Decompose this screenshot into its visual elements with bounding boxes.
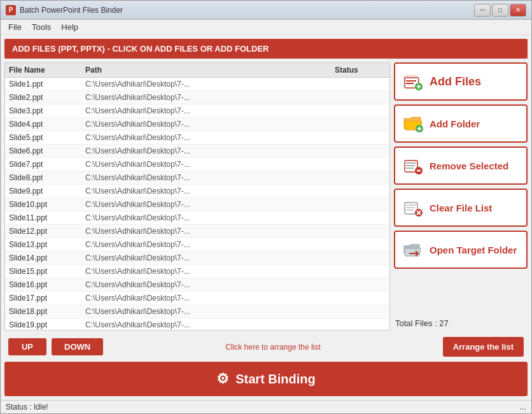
clear-file-list-button[interactable]: Clear File List xyxy=(394,189,528,227)
close-button[interactable]: ✕ xyxy=(510,4,526,17)
table-row[interactable]: Slide4.pptC:\Users\Adhikari\Desktop\7-..… xyxy=(5,118,389,131)
table-row[interactable]: Slide9.pptC:\Users\Adhikari\Desktop\7-..… xyxy=(5,185,389,198)
table-row[interactable]: Slide13.pptC:\Users\Adhikari\Desktop\7-.… xyxy=(5,238,389,252)
main-content: ADD FILES (PPT, PPTX) - CLICK ON ADD FIL… xyxy=(1,35,531,400)
file-path-cell: C:\Users\Adhikari\Desktop\7-... xyxy=(85,280,335,289)
down-button[interactable]: DOWN xyxy=(52,338,103,355)
content-area: File Name Path Status Slide1.pptC:\Users… xyxy=(4,62,528,331)
file-path-cell: C:\Users\Adhikari\Desktop\7-... xyxy=(85,253,335,262)
file-status-cell xyxy=(335,93,386,102)
file-status-cell xyxy=(335,106,386,115)
file-name-cell: Slide3.ppt xyxy=(9,106,85,115)
menu-tools[interactable]: Tools xyxy=(27,21,56,33)
status-dots: ... xyxy=(520,403,526,411)
menu-file[interactable]: File xyxy=(3,21,27,33)
col-header-status: Status xyxy=(335,66,386,75)
table-row[interactable]: Slide11.pptC:\Users\Adhikari\Desktop\7-.… xyxy=(5,211,389,225)
table-row[interactable]: Slide2.pptC:\Users\Adhikari\Desktop\7-..… xyxy=(5,91,389,104)
file-list-body[interactable]: Slide1.pptC:\Users\Adhikari\Desktop\7-..… xyxy=(5,78,389,330)
menu-bar: File Tools Help xyxy=(1,20,531,35)
file-name-cell: Slide13.ppt xyxy=(9,240,85,249)
file-name-cell: Slide19.ppt xyxy=(9,320,85,329)
start-binding-button[interactable]: ⚙ Start Binding xyxy=(4,362,528,396)
remove-selected-button[interactable]: Remove Selected xyxy=(394,146,528,185)
file-status-cell xyxy=(335,160,386,169)
file-name-cell: Slide12.ppt xyxy=(9,227,85,236)
table-row[interactable]: Slide14.pptC:\Users\Adhikari\Desktop\7-.… xyxy=(5,252,389,265)
add-folder-icon xyxy=(403,113,423,134)
table-row[interactable]: Slide6.pptC:\Users\Adhikari\Desktop\7-..… xyxy=(5,145,389,158)
table-row[interactable]: Slide7.pptC:\Users\Adhikari\Desktop\7-..… xyxy=(5,158,389,171)
file-path-cell: C:\Users\Adhikari\Desktop\7-... xyxy=(85,80,335,89)
arrange-hint: Click here to arrange the list xyxy=(108,343,437,352)
arrange-list-button[interactable]: Arrange the list xyxy=(443,337,524,357)
file-status-cell xyxy=(335,120,386,129)
table-row[interactable]: Slide15.pptC:\Users\Adhikari\Desktop\7-.… xyxy=(5,265,389,278)
table-row[interactable]: Slide3.pptC:\Users\Adhikari\Desktop\7-..… xyxy=(5,104,389,118)
file-status-cell xyxy=(335,200,386,209)
file-name-cell: Slide6.ppt xyxy=(9,146,85,155)
file-name-cell: Slide4.ppt xyxy=(9,120,85,129)
file-name-cell: Slide14.ppt xyxy=(9,253,85,262)
main-window: P Batch PowerPoint Files Binder ─ □ ✕ Fi… xyxy=(0,0,532,414)
file-status-cell xyxy=(335,320,386,329)
file-name-cell: Slide11.ppt xyxy=(9,213,85,222)
maximize-button[interactable]: □ xyxy=(492,4,508,17)
status-text: Status : Idle! xyxy=(6,403,48,411)
file-name-cell: Slide7.ppt xyxy=(9,160,85,169)
file-status-cell xyxy=(335,280,386,289)
file-path-cell: C:\Users\Adhikari\Desktop\7-... xyxy=(85,227,335,236)
file-status-cell xyxy=(335,267,386,276)
col-header-filename: File Name xyxy=(9,66,85,75)
file-name-cell: Slide15.ppt xyxy=(9,267,85,276)
file-name-cell: Slide17.ppt xyxy=(9,294,85,303)
clear-file-list-label: Clear File List xyxy=(430,203,492,213)
app-icon: P xyxy=(6,5,16,15)
table-row[interactable]: Slide1.pptC:\Users\Adhikari\Desktop\7-..… xyxy=(5,78,389,91)
clear-file-list-icon xyxy=(403,197,423,218)
table-row[interactable]: Slide18.pptC:\Users\Adhikari\Desktop\7-.… xyxy=(5,305,389,318)
table-row[interactable]: Slide8.pptC:\Users\Adhikari\Desktop\7-..… xyxy=(5,171,389,185)
table-row[interactable]: Slide5.pptC:\Users\Adhikari\Desktop\7-..… xyxy=(5,131,389,145)
minimize-button[interactable]: ─ xyxy=(474,4,491,17)
file-name-cell: Slide10.ppt xyxy=(9,200,85,209)
table-row[interactable]: Slide10.pptC:\Users\Adhikari\Desktop\7-.… xyxy=(5,198,389,211)
start-binding-label: Start Binding xyxy=(235,372,316,387)
up-button[interactable]: UP xyxy=(8,338,46,355)
gear-icon: ⚙ xyxy=(216,371,229,387)
file-status-cell xyxy=(335,173,386,182)
instruction-bar: ADD FILES (PPT, PPTX) - CLICK ON ADD FIL… xyxy=(4,39,528,59)
file-path-cell: C:\Users\Adhikari\Desktop\7-... xyxy=(85,93,335,102)
file-path-cell: C:\Users\Adhikari\Desktop\7-... xyxy=(85,146,335,155)
title-bar: P Batch PowerPoint Files Binder ─ □ ✕ xyxy=(1,1,531,20)
file-status-cell xyxy=(335,80,386,89)
col-header-path: Path xyxy=(85,66,335,75)
file-path-cell: C:\Users\Adhikari\Desktop\7-... xyxy=(85,267,335,276)
status-bar: Status : Idle! ... xyxy=(1,400,531,413)
add-folder-label: Add Folder xyxy=(430,118,480,129)
file-status-cell xyxy=(335,227,386,236)
table-row[interactable]: Slide17.pptC:\Users\Adhikari\Desktop\7-.… xyxy=(5,292,389,305)
file-path-cell: C:\Users\Adhikari\Desktop\7-... xyxy=(85,173,335,182)
table-row[interactable]: Slide16.pptC:\Users\Adhikari\Desktop\7-.… xyxy=(5,278,389,292)
window-title: Batch PowerPoint Files Binder xyxy=(20,6,474,15)
open-target-folder-icon xyxy=(403,239,423,260)
right-panel: Add Files Add Folder xyxy=(394,62,528,331)
file-list-header: File Name Path Status xyxy=(5,63,389,78)
file-status-cell xyxy=(335,253,386,262)
file-status-cell xyxy=(335,294,386,303)
add-files-icon xyxy=(403,71,423,92)
file-name-cell: Slide16.ppt xyxy=(9,280,85,289)
open-target-folder-label: Open Target Folder xyxy=(430,245,517,255)
file-name-cell: Slide9.ppt xyxy=(9,187,85,196)
file-status-cell xyxy=(335,307,386,316)
menu-help[interactable]: Help xyxy=(56,21,83,33)
open-target-folder-button[interactable]: Open Target Folder xyxy=(394,231,528,269)
file-path-cell: C:\Users\Adhikari\Desktop\7-... xyxy=(85,187,335,196)
table-row[interactable]: Slide12.pptC:\Users\Adhikari\Desktop\7-.… xyxy=(5,225,389,238)
file-path-cell: C:\Users\Adhikari\Desktop\7-... xyxy=(85,133,335,142)
add-folder-button[interactable]: Add Folder xyxy=(394,104,528,143)
table-row[interactable]: Slide19.pptC:\Users\Adhikari\Desktop\7-.… xyxy=(5,318,389,330)
add-files-button[interactable]: Add Files xyxy=(394,62,528,101)
file-status-cell xyxy=(335,133,386,142)
